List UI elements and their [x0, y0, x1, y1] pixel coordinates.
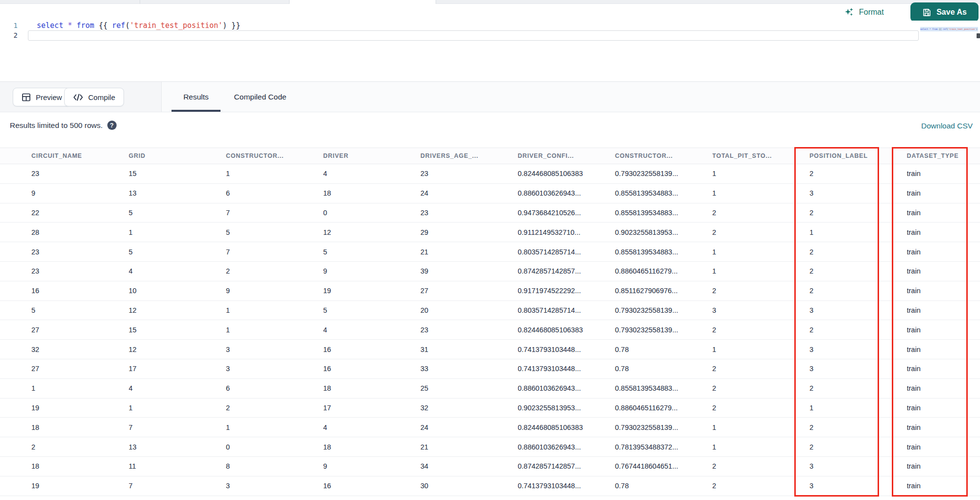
table-cell: 19: [31, 482, 129, 490]
table-row[interactable]: 23429390.8742857142857...0.8860465116279…: [0, 262, 980, 281]
table-cell: 16: [323, 365, 421, 373]
table-cell: 33: [420, 365, 518, 373]
table-row[interactable]: 2717316330.7413793103448...0.7823train: [0, 359, 980, 379]
tab-compiled-code[interactable]: Compiled Code: [223, 82, 297, 112]
table-cell: 16: [31, 287, 129, 295]
table-cell: 23: [31, 267, 129, 275]
table-cell: 3: [226, 346, 323, 353]
column-header[interactable]: POSITION_LABEL: [809, 152, 907, 159]
table-cell: 18: [323, 189, 421, 197]
table-cell: 0.824468085106383: [518, 170, 615, 177]
table-cell: 0.8860103626943...: [518, 384, 615, 392]
column-header[interactable]: DRIVER_CONFI...: [518, 152, 615, 159]
table-cell: 3: [712, 306, 810, 314]
column-header[interactable]: TOTAL_PIT_STO...: [712, 152, 810, 159]
table-cell: 5: [129, 209, 226, 217]
results-table: CIRCUIT_NAMEGRIDCONSTRUCTOR...DRIVERDRIV…: [0, 148, 980, 496]
table-row[interactable]: 14618250.8860103626943...0.8558139534883…: [0, 379, 980, 399]
table-cell: 29: [420, 228, 518, 236]
table-body: 231514230.8244680851063830.7930232558139…: [0, 164, 980, 496]
table-cell: 1: [712, 346, 810, 353]
table-cell: 3: [809, 346, 907, 353]
compile-button[interactable]: Compile: [64, 88, 124, 106]
column-header[interactable]: CIRCUIT_NAME: [31, 152, 129, 159]
table-row[interactable]: 231514230.8244680851063830.7930232558139…: [0, 164, 980, 184]
format-button[interactable]: Format: [844, 5, 884, 20]
table-row[interactable]: 18714240.8244680851063830.7930232558139.…: [0, 418, 980, 437]
table-row[interactable]: 1610919270.9171974522292...0.85116279069…: [0, 281, 980, 301]
format-sparkles-icon: [844, 7, 855, 18]
table-cell: 1: [226, 326, 323, 334]
table-cell: 1: [226, 306, 323, 314]
help-icon[interactable]: ?: [107, 121, 117, 130]
table-row[interactable]: 51215200.8035714285714...0.7930232558139…: [0, 301, 980, 321]
table-cell: 18: [323, 443, 421, 451]
table-cell: 0.8742857142857...: [518, 462, 615, 470]
table-row[interactable]: 181189340.8742857142857...0.767441860465…: [0, 457, 980, 476]
table-cell: 6: [226, 384, 323, 392]
table-row[interactable]: 271514230.8244680851063830.7930232558139…: [0, 320, 980, 340]
table-cell: 2: [809, 248, 907, 256]
table-cell: 2: [809, 326, 907, 334]
download-csv-link[interactable]: Download CSV: [921, 122, 973, 130]
table-row[interactable]: 23575210.8035714285714...0.8558139534883…: [0, 242, 980, 262]
column-header[interactable]: CONSTRUCTOR...: [615, 152, 712, 159]
table-cell: train: [907, 482, 980, 490]
table-cell: 27: [420, 287, 518, 295]
table-cell: 15: [129, 170, 226, 177]
column-header[interactable]: DRIVERS_AGE_...: [420, 152, 518, 159]
table-row[interactable]: 197316300.7413793103448...0.7823train: [0, 476, 980, 496]
table-cell: 23: [420, 209, 518, 217]
preview-button[interactable]: Preview: [13, 88, 71, 106]
table-cell: 13: [129, 189, 226, 197]
table-cell: 3: [226, 365, 323, 373]
results-limit-note: Results limited to 500 rows. ?: [10, 121, 117, 130]
save-as-button[interactable]: Save As: [910, 2, 979, 22]
column-header[interactable]: DATASET_TYPE: [907, 152, 980, 159]
table-row[interactable]: 213018210.8860103626943...0.781395348837…: [0, 437, 980, 457]
table-cell: 24: [420, 424, 518, 431]
table-cell: train: [907, 365, 980, 373]
code-editor[interactable]: 1 2 select * from {{ ref('train_test_pos…: [0, 21, 980, 81]
column-header[interactable]: DRIVER: [323, 152, 421, 159]
table-cell: 1: [129, 228, 226, 236]
column-header[interactable]: CONSTRUCTOR...: [226, 152, 323, 159]
table-cell: 2: [712, 365, 810, 373]
tab-results[interactable]: Results: [172, 82, 220, 112]
table-cell: 27: [31, 365, 129, 373]
table-cell: 12: [129, 306, 226, 314]
table-cell: 7: [129, 482, 226, 490]
table-cell: 17: [323, 404, 421, 412]
table-cell: train: [907, 424, 980, 431]
table-cell: train: [907, 384, 980, 392]
table-cell: 5: [323, 248, 421, 256]
table-cell: 2: [712, 326, 810, 334]
table-cell: 2: [712, 228, 810, 236]
active-line-cursor-box[interactable]: [28, 30, 919, 41]
table-cell: 3: [809, 482, 907, 490]
table-cell: 20: [420, 306, 518, 314]
table-row[interactable]: 3212316310.7413793103448...0.7813train: [0, 340, 980, 359]
table-cell: 0.8742857142857...: [518, 267, 615, 275]
table-row[interactable]: 22570230.9473684210526...0.8558139534883…: [0, 203, 980, 223]
table-cell: 27: [31, 326, 129, 334]
editor-scrollbar-handle[interactable]: [977, 33, 980, 38]
table-cell: 18: [31, 462, 129, 470]
table-cell: 1: [809, 228, 907, 236]
table-row[interactable]: 191217320.9023255813953...0.886046511627…: [0, 399, 980, 418]
table-cell: 0.7930232558139...: [615, 326, 712, 334]
table-cell: 2: [809, 209, 907, 217]
table-cell: 0.824468085106383: [518, 424, 615, 431]
column-header[interactable]: GRID: [129, 152, 226, 159]
table-cell: train: [907, 209, 980, 217]
table-cell: 0.7413793103448...: [518, 482, 615, 490]
table-row[interactable]: 281512290.9112149532710...0.902325581395…: [0, 223, 980, 242]
table-cell: 2: [712, 384, 810, 392]
table-cell: 0.7413793103448...: [518, 346, 615, 353]
table-cell: 0.8558139534883...: [615, 189, 712, 197]
table-cell: 5: [323, 306, 421, 314]
table-cell: 0.9473684210526...: [518, 209, 615, 217]
code-line-1[interactable]: select * from {{ ref('train_test_positio…: [37, 21, 240, 30]
editor-minimap[interactable]: select * from {{ ref('train_test_positio…: [920, 27, 978, 31]
table-row[interactable]: 913618240.8860103626943...0.855813953488…: [0, 184, 980, 203]
